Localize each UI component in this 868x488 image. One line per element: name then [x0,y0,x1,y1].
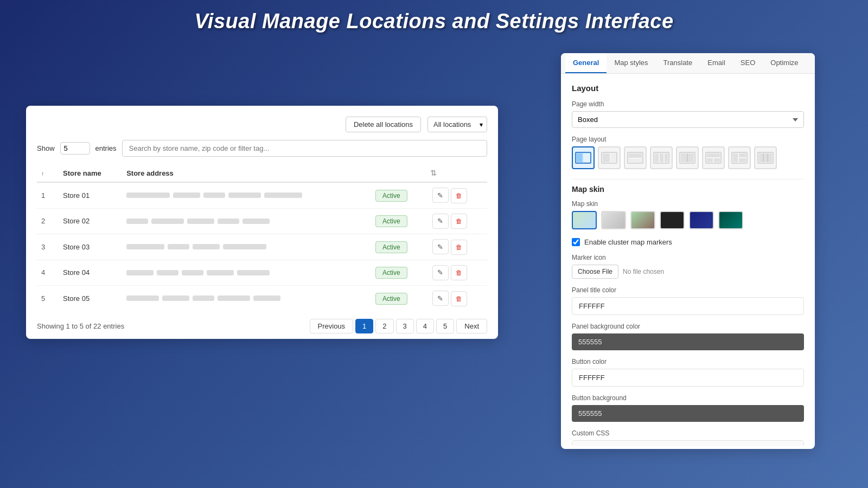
svg-rect-7 [629,153,642,158]
divider-1 [572,179,804,179]
row-actions: ✎🗑 [426,260,487,286]
pagination: Previous 1 2 3 4 5 Next [310,319,487,333]
svg-rect-2 [583,153,590,162]
delete-button[interactable]: 🗑 [451,240,467,255]
custom-css-textarea[interactable]: .storeify-sl-light-modal-body .section-h… [572,440,804,446]
map-skin-grey[interactable] [601,211,626,229]
row-num: 2 [37,208,59,234]
custom-css-area: Custom CSS .storeify-sl-light-modal-body… [572,429,804,446]
locations-panel: Delete all locations All locations Show … [26,106,498,339]
row-store-address [122,182,371,208]
layout-opt-5[interactable] [676,146,699,169]
map-skin-terrain[interactable] [630,211,655,229]
svg-rect-19 [714,158,720,162]
choose-file-button[interactable]: Choose File [572,265,618,279]
svg-rect-22 [739,153,746,157]
page-1-button[interactable]: 1 [355,319,373,333]
map-skin-teal[interactable] [718,211,743,229]
map-skin-options [572,211,804,229]
col-store-address: Store address [122,164,371,182]
panel-title-color-value[interactable]: FFFFFF [572,297,804,315]
delete-button[interactable]: 🗑 [451,214,467,229]
marker-icon-label: Marker icon [572,254,804,261]
row-num: 4 [37,260,59,286]
edit-button[interactable]: ✎ [432,188,449,203]
button-color-value[interactable]: FFFFFF [572,369,804,387]
table-sort-icon[interactable]: ⇅ [430,169,437,177]
edit-button[interactable]: ✎ [432,214,449,229]
tab-optimize[interactable]: Optimize [763,53,806,73]
svg-rect-4 [603,153,610,162]
col-num: ↑ [37,164,59,182]
map-skin-dark2[interactable] [689,211,714,229]
page-3-button[interactable]: 3 [396,319,414,333]
col-sort-icon: ⇅ [426,164,487,182]
search-input[interactable] [122,140,487,157]
layout-opt-8[interactable] [754,146,777,169]
page-title: Visual Manage Locations and Settings Int… [0,0,868,38]
table-row: 2Store 02Active✎🗑 [37,208,487,234]
map-skin-light[interactable] [572,211,597,229]
page-width-select[interactable]: Boxed [572,111,804,128]
layout-opt-6[interactable] [702,146,725,169]
row-status: Active [371,182,426,208]
row-status: Active [371,260,426,286]
layout-opt-1[interactable] [572,146,595,169]
delete-button[interactable]: 🗑 [451,291,467,306]
layout-opt-2[interactable] [598,146,621,169]
layout-opt-4[interactable] [650,146,673,169]
cluster-markers-row: Enable cluster map markers [572,238,804,246]
locations-dropdown[interactable]: All locations [427,117,487,132]
row-status: Active [371,208,426,234]
edit-button[interactable]: ✎ [432,239,449,254]
page-5-button[interactable]: 5 [436,319,454,333]
layout-opt-7[interactable] [728,146,751,169]
status-badge: Active [375,293,407,305]
previous-button[interactable]: Previous [310,319,354,333]
next-button[interactable]: Next [456,319,487,333]
row-store-address [122,208,371,234]
row-store-address [122,286,371,311]
page-2-button[interactable]: 2 [375,319,393,333]
sort-icon[interactable]: ↑ [41,170,44,177]
svg-rect-5 [611,153,616,162]
svg-rect-21 [733,153,738,162]
panel-title-color-field: Panel title color FFFFFF [572,286,804,315]
no-file-text: No file chosen [623,268,664,275]
map-skin-dark[interactable] [660,211,685,229]
panel-bg-color-field: Panel background color 555555 [572,323,804,350]
svg-rect-23 [739,158,746,162]
row-status: Active [371,234,426,260]
row-num: 1 [37,182,59,208]
layout-section-title: Layout [572,84,804,93]
tab-translate[interactable]: Translate [656,53,700,73]
svg-rect-10 [655,153,659,162]
tab-general[interactable]: General [565,53,607,73]
show-entries-input[interactable] [60,142,90,155]
tab-email[interactable]: Email [700,53,733,73]
tab-map-styles[interactable]: Map styles [607,53,655,73]
row-store-name: Store 04 [59,260,122,286]
svg-rect-25 [759,153,772,162]
stores-table: ↑ Store name Store address ⇅ 1Store 01Ac… [37,164,487,311]
delete-button[interactable]: 🗑 [451,265,467,280]
layout-opt-3[interactable] [624,146,647,169]
status-badge: Active [375,190,407,202]
svg-rect-11 [660,153,663,162]
showing-text: Showing 1 to 5 of 22 entries [37,322,124,330]
tab-seo[interactable]: SEO [733,53,763,73]
svg-rect-1 [577,153,582,162]
col-store-name: Store name [59,164,122,182]
page-4-button[interactable]: 4 [416,319,434,333]
edit-button[interactable]: ✎ [432,291,449,306]
panel-bg-color-value[interactable]: 555555 [572,333,804,350]
table-row: 5Store 05Active✎🗑 [37,286,487,311]
enable-cluster-checkbox[interactable] [572,238,580,246]
row-actions: ✎🗑 [426,208,487,234]
settings-body: Layout Page width Boxed Page layout [561,74,815,446]
delete-all-button[interactable]: Delete all locations [346,117,421,132]
edit-button[interactable]: ✎ [432,265,449,280]
delete-button[interactable]: 🗑 [451,188,467,203]
button-bg-value[interactable]: 555555 [572,405,804,422]
button-bg-field: Button background 555555 [572,394,804,422]
